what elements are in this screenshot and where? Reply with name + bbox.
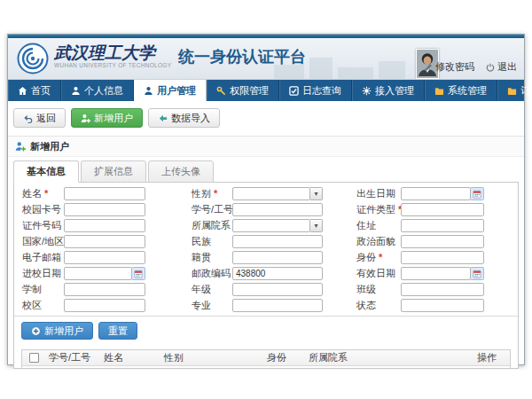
pencil-icon (424, 63, 433, 72)
add-user-button[interactable]: 新增用户 (71, 108, 143, 128)
dropdown-arrow-icon[interactable]: ▾ (310, 219, 323, 232)
tab-basic-info[interactable]: 基本信息 (13, 160, 79, 183)
log-icon (289, 86, 299, 96)
nav-item-home[interactable]: 首页 (8, 80, 61, 101)
field-input-id-type[interactable] (401, 203, 484, 216)
column-header-department[interactable]: 所属院系 (305, 351, 473, 364)
field-label-status: 状态 (356, 299, 401, 312)
logout-link[interactable]: 退出 (486, 60, 517, 74)
field-input-identity[interactable] (401, 251, 484, 264)
tab-label: 上传头像 (161, 165, 200, 178)
field-input-gender[interactable] (232, 187, 310, 200)
required-asterisk: * (379, 252, 382, 262)
nav-item-system-mgmt[interactable]: 系统管理 (425, 80, 497, 101)
field-input-major[interactable] (232, 299, 323, 312)
field-input-campus[interactable] (64, 299, 145, 312)
field-input-country-region[interactable] (64, 235, 145, 248)
field-input-enroll-date[interactable] (64, 267, 132, 280)
add-user-icon (81, 113, 90, 123)
field-input-grade[interactable] (232, 283, 323, 296)
field-input-native-place[interactable] (232, 251, 323, 264)
field-label-email: 电子邮箱 (18, 251, 64, 264)
content-area: 返回 新增用户 数据导入 新增用户 基本信息扩展信息上传头像 (8, 101, 524, 369)
form-field-email: 电子邮箱 (18, 251, 192, 264)
skyline-decoration (309, 58, 332, 79)
field-input-political-status[interactable] (401, 235, 484, 248)
field-input-ethnicity[interactable] (232, 235, 323, 248)
field-input-class[interactable] (401, 283, 484, 296)
field-label-ethnicity: 民族 (192, 235, 232, 248)
section-title: 新增用户 (30, 140, 69, 153)
field-input-department[interactable] (232, 219, 310, 232)
field-input-campus-card[interactable] (64, 203, 145, 216)
tab-label: 扩展信息 (94, 165, 133, 178)
nav-item-permission-mgmt[interactable]: 权限管理 (207, 80, 279, 101)
submit-add-user-button[interactable]: 新增用户 (21, 322, 93, 340)
field-label-address: 住址 (356, 219, 401, 232)
form-field-birth-date: 出生日期 (356, 187, 514, 200)
form-field-native-place: 籍贯 (192, 251, 356, 264)
calendar-icon[interactable] (471, 187, 484, 200)
column-header-gender[interactable]: 性别 (160, 351, 263, 364)
calendar-icon[interactable] (471, 267, 484, 280)
column-header-identity[interactable]: 身份 (263, 351, 305, 364)
header-links: 修改密码 退出 (424, 60, 517, 74)
table-header-row: 学号/工号姓名性别身份所属院系操作 (22, 350, 510, 366)
university-name: 武汉理工大学 (54, 43, 171, 61)
field-label-name: 姓名* (18, 187, 64, 200)
form-field-id-type: 证件类型* (356, 203, 514, 216)
field-input-student-id[interactable] (232, 203, 323, 216)
field-input-id-number[interactable] (64, 219, 145, 232)
select-all-checkbox[interactable] (29, 353, 39, 363)
skyline-decoration (379, 61, 405, 79)
nav-item-subscription-mgmt[interactable]: 订阅管理 (497, 80, 532, 101)
dropdown-arrow-icon[interactable]: ▾ (310, 187, 323, 200)
form-field-valid-date: 有效日期 (356, 267, 514, 280)
field-input-email[interactable] (64, 251, 145, 264)
reset-button[interactable]: 重置 (98, 322, 137, 340)
field-label-postal-code: 邮政编码 (192, 267, 232, 280)
field-label-political-status: 政治面貌 (356, 235, 401, 248)
form-field-student-id: 学号/工号* (192, 203, 356, 216)
key-icon (216, 86, 226, 96)
university-name-en: WUHAN UNIVERSITY OF TECHNOLOGY (54, 62, 171, 68)
gear-icon (362, 86, 372, 96)
add-user-section-icon (15, 141, 26, 152)
back-button[interactable]: 返回 (13, 108, 66, 128)
calendar-icon[interactable] (132, 267, 145, 280)
field-label-campus-card: 校园卡号 (18, 203, 64, 216)
data-import-button[interactable]: 数据导入 (148, 108, 220, 128)
required-asterisk: * (44, 188, 48, 199)
section-bar: 新增用户 (8, 136, 524, 157)
nav-item-log-query[interactable]: 日志查询 (279, 80, 352, 101)
nav-item-label: 接入管理 (375, 84, 414, 98)
field-input-birth-date[interactable] (401, 187, 471, 200)
nav-item-access-mgmt[interactable]: 接入管理 (352, 80, 425, 101)
form-field-ethnicity: 民族 (192, 235, 356, 248)
nav-item-profile[interactable]: 个人信息 (61, 80, 134, 101)
field-input-status[interactable] (401, 299, 484, 312)
tab-upload-avatar[interactable]: 上传头像 (148, 160, 214, 183)
field-input-education-length[interactable] (64, 283, 145, 296)
column-header-name[interactable]: 姓名 (100, 351, 160, 364)
column-header-student-id[interactable]: 学号/工号 (45, 351, 100, 364)
app-window: 武汉理工大学 WUHAN UNIVERSITY OF TECHNOLOGY 统一… (7, 34, 525, 365)
field-input-postal-code[interactable] (232, 267, 323, 280)
tab-extended-info[interactable]: 扩展信息 (81, 160, 146, 183)
form-field-enroll-date: 进校日期 (18, 267, 192, 280)
back-arrow-icon (23, 113, 33, 123)
column-header-operations[interactable]: 操作 (473, 351, 510, 364)
nav-item-user-mgmt[interactable]: 用户管理 (134, 80, 207, 101)
table-empty-body (22, 366, 510, 369)
circle-plus-icon (31, 326, 41, 336)
field-input-name[interactable] (64, 187, 145, 200)
form-grid: 姓名*性别*▾出生日期校园卡号学号/工号*证件类型*证件号码*所属院系▾住址国家… (14, 183, 518, 312)
field-input-valid-date[interactable] (401, 267, 471, 280)
folder-icon (434, 86, 444, 96)
field-label-student-id: 学号/工号* (192, 203, 232, 216)
tab-label: 基本信息 (27, 165, 66, 178)
form-field-country-region: 国家/地区 (18, 235, 192, 248)
change-password-link[interactable]: 修改密码 (424, 60, 474, 74)
field-input-address[interactable] (401, 219, 484, 232)
folder-icon (507, 86, 517, 96)
